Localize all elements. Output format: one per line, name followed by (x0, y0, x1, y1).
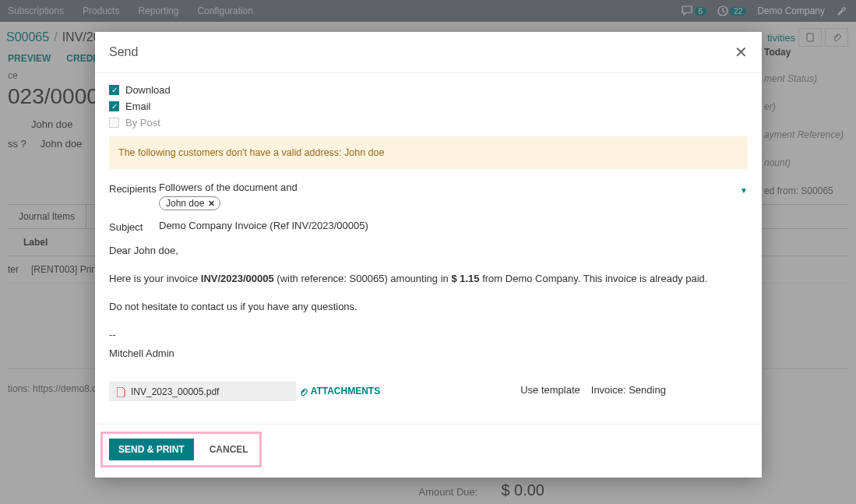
email-body-editor[interactable]: Dear John doe, Here is your invoice INV/… (109, 242, 748, 362)
recipients-text: Followers of the document and (159, 182, 748, 193)
email-greeting: Dear John doe, (109, 242, 748, 259)
pdf-icon (117, 386, 125, 397)
attachment-file[interactable]: INV_2023_00005.pdf (109, 382, 296, 400)
send-modal: Send ✕ ✓ Download ✓ Email By Post The fo… (95, 32, 762, 478)
remove-tag-icon[interactable]: ✕ (208, 199, 215, 209)
close-icon[interactable]: ✕ (734, 43, 748, 62)
email-label: Email (125, 100, 151, 112)
paperclip-icon (299, 386, 308, 397)
checkbox-icon[interactable]: ✓ (109, 85, 119, 95)
download-checkbox-row[interactable]: ✓ Download (109, 84, 748, 96)
warning-banner: The following customers don't have a val… (109, 136, 748, 169)
modal-footer: SEND & PRINT CANCEL (95, 424, 762, 478)
attachments-button[interactable]: ATTACHMENTS (299, 386, 381, 397)
use-template-label: Use template (520, 384, 580, 396)
email-sig-sep: -- (109, 326, 748, 344)
modal-title: Send (109, 45, 138, 59)
email-contact-line: Do not hesitate to contact us if you hav… (109, 298, 748, 315)
email-main-line: Here is your invoice INV/2023/00005 (wit… (109, 270, 748, 287)
cancel-button[interactable]: CANCEL (205, 439, 253, 460)
subject-input[interactable]: Demo Company Invoice (Ref INV/2023/00005… (159, 220, 748, 231)
send-print-button[interactable]: SEND & PRINT (109, 439, 194, 460)
download-label: Download (125, 84, 171, 96)
recipients-label: Recipients (109, 182, 159, 195)
modal-header: Send ✕ (95, 32, 762, 73)
email-signature: Mitchell Admin (109, 345, 748, 362)
post-label: By Post (125, 117, 160, 129)
modal-body: ✓ Download ✓ Email By Post The following… (95, 73, 762, 424)
email-checkbox-row[interactable]: ✓ Email (109, 100, 748, 112)
template-select[interactable]: Invoice: Sending (591, 384, 666, 396)
recipient-tag-label: John doe (166, 198, 204, 209)
highlighted-actions: SEND & PRINT CANCEL (100, 432, 262, 467)
subject-label: Subject (109, 220, 159, 233)
post-checkbox-row[interactable]: By Post (109, 117, 748, 129)
chevron-down-icon[interactable]: ▼ (740, 186, 748, 195)
checkbox-icon[interactable]: ✓ (109, 101, 119, 111)
attachment-filename: INV_2023_00005.pdf (131, 386, 219, 397)
recipient-tag[interactable]: John doe ✕ (159, 196, 220, 210)
checkbox-icon[interactable] (109, 118, 119, 128)
